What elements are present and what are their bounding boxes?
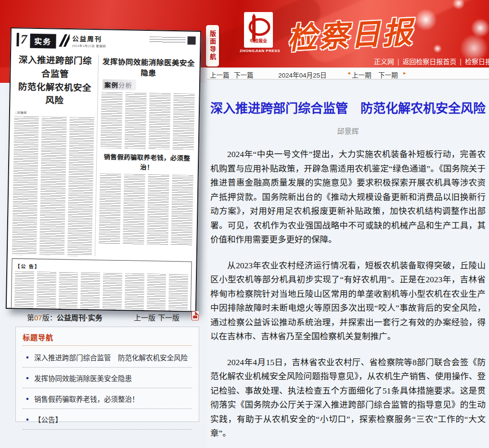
thumb-main-headline: 深入推进跨部门综合监管 防范化解农机安全风险 bbox=[14, 53, 95, 108]
page-number-bar bbox=[16, 33, 19, 46]
title-nav-item[interactable]: 发挥协同效能消除医美安全隐患 bbox=[23, 368, 192, 385]
thumb-main-headline-line1: 深入推进跨部门综合监管 bbox=[15, 53, 95, 81]
prev-page-link[interactable]: 上一版 bbox=[134, 312, 155, 322]
meta-text-lines bbox=[149, 37, 185, 44]
prev-issue-arrow-icon: ◂ bbox=[347, 70, 350, 76]
article-paragraph: 2024年“中央一号文件”提出，大力实施农机装备补短板行动，完善农机购置与应用补… bbox=[210, 147, 486, 247]
article-paragraph: 2024年4月15日，吉林省农业农村厅、省检察院等8部门联合会签《防范化解农业机… bbox=[210, 356, 486, 441]
edition-name: 公益周刊·实务 bbox=[57, 314, 103, 322]
thumbnail-notice-box: 【公 告】 bbox=[11, 258, 192, 312]
logo-english-name: ZHONGJIAN PRESS bbox=[237, 49, 283, 53]
next-issue-arrow-icon: ▸ bbox=[403, 70, 406, 76]
article-author: 邱景辉 bbox=[210, 126, 486, 136]
thumb-text-columns bbox=[12, 116, 94, 256]
thumb-text-columns bbox=[101, 92, 195, 149]
thumbnail-page-header: 7 实务 公益周刊 2024年4月25日 星期四 bbox=[15, 32, 196, 55]
edition-number: 07 bbox=[34, 314, 42, 322]
masthead-title: 检察日报 bbox=[286, 7, 432, 58]
thumbnail-right-article: 发挥协同效能消除医美安全隐患 案例分析 销售假药骗取养老钱，必须整治！ bbox=[95, 55, 195, 258]
page-number: 7 bbox=[20, 32, 27, 46]
svg-text:中检报业: 中检报业 bbox=[250, 38, 267, 43]
newspaper-page-thumbnail[interactable]: 7 实务 公益周刊 2024年4月25日 星期四 深入推进跨部门综合监管 防范化… bbox=[6, 27, 201, 312]
prev-article-link[interactable]: 上一篇 bbox=[210, 70, 230, 79]
link-separator: | bbox=[398, 58, 399, 66]
next-article-link[interactable]: 下一篇 bbox=[234, 70, 254, 79]
notice-text-columns bbox=[14, 271, 188, 311]
next-page-link[interactable]: 下一版 bbox=[158, 312, 180, 322]
title-nav-item-label: 【公告】 bbox=[34, 414, 62, 424]
paper-stamp-mark bbox=[187, 36, 195, 44]
weekly-title: 公益周刊 bbox=[72, 35, 102, 43]
weekly-name: 公益周刊 2024年4月25日 星期四 bbox=[72, 33, 106, 48]
link-back-home[interactable]: 返回检察日报首页 bbox=[402, 58, 456, 66]
section-name-badge: 实务 bbox=[30, 34, 56, 49]
thumb-mid-headline: 销售假药骗取养老钱，必须整治！ bbox=[100, 151, 194, 172]
case-analysis-label: 案例分析 bbox=[103, 79, 136, 90]
dotted-separator bbox=[23, 429, 192, 430]
sparkle-decoration bbox=[433, 44, 442, 53]
edition-suffix: 版： bbox=[42, 314, 57, 322]
issue-date: 2024年04月25日 bbox=[278, 70, 327, 79]
bullet-icon bbox=[26, 398, 28, 400]
article-paragraph: 从2023年农业农村经济运行情况看，短板农机装备取得突破，丘陵山区小型农机等部分… bbox=[210, 259, 486, 344]
case-label-part2: 分析 bbox=[118, 82, 132, 90]
notice-label: 【公 告】 bbox=[15, 264, 40, 269]
link-paper-search[interactable]: 检察日报检索 bbox=[465, 58, 489, 66]
thumbnail-articles: 深入推进跨部门综合监管 防范化解农机安全风险 □邱景辉 发挥协同效能消除医美安全… bbox=[12, 53, 195, 258]
title-nav-item[interactable]: 销售假药骗取养老钱，必须整治！ bbox=[23, 388, 192, 406]
title-nav-item-label: 深入推进跨部门综合监管 防范化解农机安全风险 bbox=[34, 352, 188, 362]
title-nav-item[interactable]: 深入推进跨部门综合监管 防范化解农机安全风险 bbox=[23, 347, 192, 364]
case-label-part1: 案例 bbox=[104, 81, 118, 89]
article-toolbar: 上一篇 下一篇 2024年04月25日 ◂ 上一期 下一期 ▸ bbox=[207, 67, 489, 79]
edition-info-row: 第07版：公益周刊·实务 上一版 下一版 bbox=[27, 312, 201, 323]
link-zhengyi-net[interactable]: 正义网 bbox=[374, 58, 394, 66]
title-nav-item-label: 发挥协同效能消除医美安全隐患 bbox=[34, 373, 132, 383]
slash-decoration bbox=[57, 34, 69, 47]
orange-dotted-rule bbox=[23, 345, 192, 346]
bullet-icon bbox=[26, 377, 28, 379]
thumb-main-headline-line2: 防范化解农机安全风险 bbox=[14, 80, 95, 108]
title-nav-item-label: 销售假药骗取养老钱，必须整治！ bbox=[34, 394, 139, 404]
title-navigation-box: 标题导航 深入推进跨部门综合监管 防范化解农机安全风险 发挥协同效能消除医美安全… bbox=[15, 327, 199, 422]
next-issue-link[interactable]: 下一期 bbox=[378, 70, 398, 79]
page-navigation-tab[interactable]: 版面导航 bbox=[206, 25, 219, 66]
thumb-right-headline: 发挥协同效能消除医美安全隐患 bbox=[102, 55, 195, 78]
title-nav-item[interactable]: 【公告】 bbox=[23, 409, 192, 426]
article-content: 深入推进跨部门综合监管 防范化解农机安全风险 邱景辉 2024年“中央一号文件”… bbox=[207, 80, 489, 448]
thumb-text-columns bbox=[99, 173, 193, 245]
pdf-icon[interactable] bbox=[192, 311, 199, 320]
zhongjian-press-logo[interactable]: 中检报业 bbox=[244, 12, 273, 48]
thumb-author-mark: □邱景辉 bbox=[15, 110, 94, 116]
edition-prefix: 第 bbox=[27, 314, 34, 322]
thumbnail-left-article: 深入推进跨部门综合监管 防范化解农机安全风险 □邱景辉 bbox=[12, 53, 98, 256]
masthead-meta bbox=[149, 35, 195, 45]
banner-link-row: 正义网|返回检察日报首页|检察日报检索 bbox=[374, 56, 489, 66]
thumbnail-dateline: 2024年4月25日 星期四 bbox=[72, 43, 106, 48]
bullet-icon bbox=[26, 419, 28, 421]
bullet-icon bbox=[26, 356, 28, 358]
sparkle-decoration bbox=[452, 0, 465, 10]
title-nav-header: 标题导航 bbox=[23, 332, 192, 342]
prev-issue-link[interactable]: 上一期 bbox=[352, 70, 372, 79]
article-title: 深入推进跨部门综合监管 防范化解农机安全风险 bbox=[210, 98, 486, 116]
link-separator: | bbox=[460, 58, 462, 66]
